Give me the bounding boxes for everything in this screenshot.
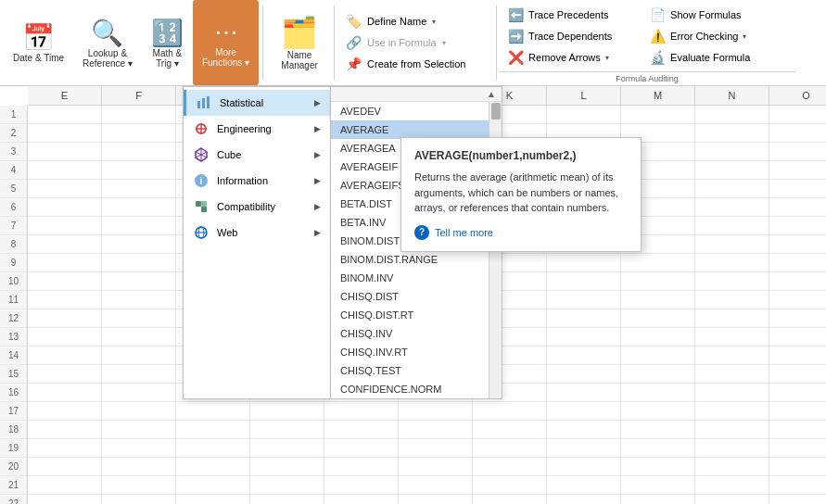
show-formulas-button[interactable]: 📄 Show Formulas bbox=[646, 6, 790, 24]
cell[interactable] bbox=[324, 421, 399, 439]
cell[interactable] bbox=[28, 124, 102, 143]
cell[interactable] bbox=[621, 106, 695, 124]
cell[interactable] bbox=[473, 476, 547, 495]
cell[interactable] bbox=[102, 161, 176, 180]
cell[interactable] bbox=[28, 198, 102, 217]
cell[interactable] bbox=[250, 458, 324, 476]
cell[interactable] bbox=[102, 328, 176, 346]
cell[interactable] bbox=[695, 458, 769, 476]
cell[interactable] bbox=[695, 180, 769, 198]
cell[interactable] bbox=[769, 198, 826, 217]
cell[interactable] bbox=[621, 402, 695, 421]
cell[interactable] bbox=[695, 421, 769, 439]
chisq-test-item[interactable]: CHISQ.TEST bbox=[331, 361, 489, 380]
cell[interactable] bbox=[28, 235, 102, 254]
cell[interactable] bbox=[28, 439, 102, 458]
cell[interactable] bbox=[547, 495, 621, 504]
cell[interactable] bbox=[102, 458, 176, 476]
web-menu-item[interactable]: Web ▶ bbox=[184, 220, 330, 246]
cell[interactable] bbox=[102, 476, 176, 495]
cell[interactable] bbox=[28, 180, 102, 198]
cell[interactable] bbox=[695, 365, 769, 384]
binom-dist-range-item[interactable]: BINOM.DIST.RANGE bbox=[331, 250, 489, 269]
cell[interactable] bbox=[695, 198, 769, 217]
cell[interactable] bbox=[769, 328, 826, 346]
cell[interactable] bbox=[695, 291, 769, 309]
cell[interactable] bbox=[621, 384, 695, 402]
cell[interactable] bbox=[695, 217, 769, 235]
cell[interactable] bbox=[102, 421, 176, 439]
cell[interactable] bbox=[102, 106, 176, 124]
cell[interactable] bbox=[769, 106, 826, 124]
cell[interactable] bbox=[473, 421, 547, 439]
cell[interactable] bbox=[28, 365, 102, 384]
cell[interactable] bbox=[621, 254, 695, 272]
cell[interactable] bbox=[547, 346, 621, 365]
cell[interactable] bbox=[547, 272, 621, 291]
cell[interactable] bbox=[102, 180, 176, 198]
cell[interactable] bbox=[695, 476, 769, 495]
tell-me-more-link[interactable]: ? Tell me more bbox=[414, 225, 628, 240]
cell[interactable] bbox=[399, 421, 473, 439]
cell[interactable] bbox=[621, 495, 695, 504]
cell[interactable] bbox=[250, 495, 324, 504]
cube-menu-item[interactable]: Cube ▶ bbox=[184, 142, 330, 168]
cell[interactable] bbox=[102, 124, 176, 143]
cell[interactable] bbox=[102, 143, 176, 161]
cell[interactable] bbox=[28, 272, 102, 291]
cell[interactable] bbox=[176, 476, 250, 495]
more-functions-button[interactable]: ⋯ MoreFunctions ▾ bbox=[193, 0, 259, 85]
cell[interactable] bbox=[695, 272, 769, 291]
cell[interactable] bbox=[769, 346, 826, 365]
cell[interactable] bbox=[769, 402, 826, 421]
cell[interactable] bbox=[28, 143, 102, 161]
cell[interactable] bbox=[695, 235, 769, 254]
cell[interactable] bbox=[769, 421, 826, 439]
cell[interactable] bbox=[695, 124, 769, 143]
cell[interactable] bbox=[102, 495, 176, 504]
cell[interactable] bbox=[28, 346, 102, 365]
chisq-inv-rt-item[interactable]: CHISQ.INV.RT bbox=[331, 343, 489, 361]
cell[interactable] bbox=[399, 495, 473, 504]
cell[interactable] bbox=[176, 439, 250, 458]
cell[interactable] bbox=[28, 254, 102, 272]
chisq-inv-item[interactable]: CHISQ.INV bbox=[331, 324, 489, 343]
cell[interactable] bbox=[621, 458, 695, 476]
cell[interactable] bbox=[28, 161, 102, 180]
cell[interactable] bbox=[399, 439, 473, 458]
cell[interactable] bbox=[102, 254, 176, 272]
remove-arrows-button[interactable]: ❌ Remove Arrows ▾ bbox=[504, 48, 639, 67]
cell[interactable] bbox=[250, 421, 324, 439]
cell[interactable] bbox=[473, 458, 547, 476]
cell[interactable] bbox=[28, 217, 102, 235]
cell[interactable] bbox=[769, 309, 826, 328]
cell[interactable] bbox=[769, 458, 826, 476]
cell[interactable] bbox=[621, 291, 695, 309]
cell[interactable] bbox=[547, 328, 621, 346]
cell[interactable] bbox=[473, 439, 547, 458]
cell[interactable] bbox=[769, 272, 826, 291]
cell[interactable] bbox=[695, 328, 769, 346]
cell[interactable] bbox=[102, 439, 176, 458]
date-time-button[interactable]: 📅 Date & Time bbox=[4, 0, 73, 85]
cell[interactable] bbox=[28, 309, 102, 328]
cell[interactable] bbox=[547, 309, 621, 328]
math-trig-button[interactable]: 🔢 Math &Trig ▾ bbox=[142, 0, 193, 85]
chisq-dist-item[interactable]: CHISQ.DIST bbox=[331, 287, 489, 306]
avedev-item[interactable]: AVEDEV bbox=[331, 102, 489, 120]
cell[interactable] bbox=[769, 495, 826, 504]
scrollbar-thumb[interactable] bbox=[491, 103, 501, 120]
cell[interactable] bbox=[769, 217, 826, 235]
use-in-formula-button[interactable]: 🔗 Use in Formula ▾ bbox=[342, 33, 489, 52]
cell[interactable] bbox=[769, 476, 826, 495]
cell[interactable] bbox=[176, 458, 250, 476]
define-name-button[interactable]: 🏷️ Define Name ▾ bbox=[342, 12, 489, 31]
cell[interactable] bbox=[324, 495, 399, 504]
cell[interactable] bbox=[250, 476, 324, 495]
cell[interactable] bbox=[399, 458, 473, 476]
cell[interactable] bbox=[695, 106, 769, 124]
cell[interactable] bbox=[102, 365, 176, 384]
cell[interactable] bbox=[28, 106, 102, 124]
lookup-reference-button[interactable]: 🔍 Lookup &Reference ▾ bbox=[73, 0, 142, 85]
confidence-norm-item[interactable]: CONFIDENCE.NORM bbox=[331, 380, 489, 398]
